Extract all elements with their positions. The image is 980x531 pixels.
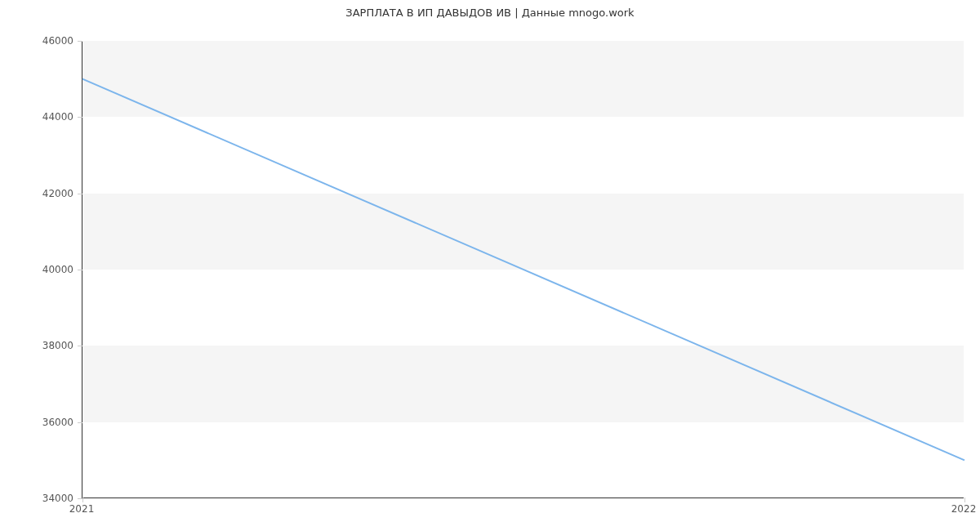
x-tick-label: 2022	[951, 503, 977, 515]
y-tick-label: 40000	[42, 264, 74, 275]
chart-title: ЗАРПЛАТА В ИП ДАВЫДОВ ИВ | Данные mnogo.…	[0, 7, 980, 19]
x-tick	[964, 498, 965, 502]
y-tick-label: 38000	[42, 340, 74, 351]
y-tick-label: 34000	[42, 493, 74, 504]
y-axis-labels: 34000360003800040000420004400046000	[0, 41, 82, 498]
y-tick-label: 46000	[42, 35, 74, 47]
line-layer	[82, 41, 964, 498]
x-axis-labels: 20212022	[82, 498, 964, 523]
plot-area	[82, 41, 964, 498]
salary-line-chart: ЗАРПЛАТА В ИП ДАВЫДОВ ИВ | Данные mnogo.…	[0, 0, 980, 531]
y-tick-label: 42000	[42, 188, 74, 199]
series-line	[82, 79, 964, 461]
y-tick-label: 44000	[42, 111, 74, 123]
y-tick-label: 36000	[42, 417, 74, 428]
x-tick-label: 2021	[69, 503, 95, 515]
